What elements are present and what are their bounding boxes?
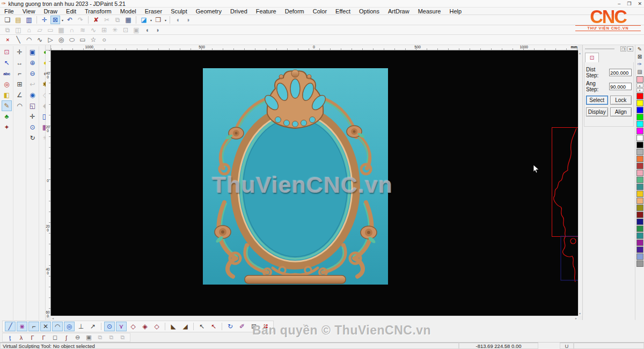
rectangle-tool-icon[interactable]: ▭ bbox=[78, 35, 87, 44]
panel-tab[interactable]: ⊡ bbox=[585, 53, 599, 62]
pick-remove-icon[interactable]: ↖ bbox=[208, 322, 219, 331]
relief-b-icon[interactable]: ◗ bbox=[153, 26, 163, 34]
color-swatch[interactable] bbox=[636, 226, 643, 232]
color-swatch[interactable] bbox=[636, 205, 643, 211]
profile-vector-overlay[interactable] bbox=[552, 127, 578, 283]
color-swatch[interactable] bbox=[636, 170, 643, 176]
color-swatch[interactable] bbox=[636, 100, 643, 106]
image-ref-icon[interactable]: ▣ bbox=[84, 333, 94, 341]
color-swatch[interactable] bbox=[636, 93, 643, 99]
texture-icon[interactable]: ▨ bbox=[636, 68, 644, 76]
pen-color-icon[interactable]: ✎ bbox=[636, 46, 644, 53]
zoom-in-icon[interactable]: ⊕ bbox=[27, 57, 38, 68]
menu-item-options[interactable]: Options bbox=[355, 8, 384, 15]
move-tool-icon[interactable]: ✛ bbox=[40, 16, 49, 24]
delete-icon[interactable]: ✘ bbox=[91, 16, 101, 24]
snap-free-icon[interactable]: ╱ bbox=[5, 322, 16, 331]
color-swatch[interactable] bbox=[636, 156, 643, 162]
relief-plant-icon[interactable]: ♣ bbox=[2, 111, 12, 122]
plane-zx-icon[interactable]: ◇ bbox=[151, 322, 162, 331]
array-copy-icon[interactable]: ◫ bbox=[13, 26, 23, 34]
step-line-icon[interactable]: ⌐ bbox=[14, 68, 25, 79]
menu-item-edit[interactable]: Edit bbox=[62, 8, 80, 15]
color-swatch[interactable] bbox=[636, 219, 643, 225]
zoom-actual-icon[interactable]: ⊙ bbox=[27, 122, 38, 133]
group-2-icon[interactable]: ⧉ bbox=[106, 333, 116, 341]
palette-up-icon[interactable]: ▴ bbox=[636, 83, 643, 88]
restore-button[interactable]: ❐ bbox=[627, 1, 631, 6]
render-mode-icon[interactable]: ❒▾ bbox=[153, 16, 163, 24]
spline-tool-icon[interactable]: ∿ bbox=[89, 26, 98, 34]
point-marker-icon[interactable]: ✕ bbox=[3, 35, 12, 44]
current-color-swatch[interactable] bbox=[636, 76, 643, 83]
brush-color-icon[interactable]: ✑ bbox=[636, 61, 644, 68]
menu-item-feature[interactable]: Feature bbox=[252, 8, 281, 15]
pan-view-icon[interactable]: ✛ bbox=[27, 111, 38, 122]
fill-color-icon[interactable]: ◪▾ bbox=[139, 16, 149, 24]
duplicate-icon[interactable]: ⧉ bbox=[3, 26, 12, 34]
color-swatch[interactable] bbox=[636, 163, 643, 169]
color-swatch[interactable] bbox=[636, 107, 643, 113]
shear-tool-icon[interactable]: ▱ bbox=[35, 26, 45, 34]
relief-a-icon[interactable]: ◖ bbox=[142, 26, 152, 34]
dropdown-arrow-icon[interactable]: ▾ bbox=[62, 18, 63, 22]
color-swatch[interactable] bbox=[636, 142, 643, 148]
point-snap-icon[interactable]: ✛ bbox=[14, 47, 25, 57]
panel-restore-button[interactable]: ❐ bbox=[620, 46, 626, 52]
rect-open-icon[interactable]: ◻ bbox=[50, 333, 60, 341]
snap-arc-icon[interactable]: ◠ bbox=[52, 322, 63, 331]
color-swatch[interactable] bbox=[636, 239, 643, 246]
copy-icon[interactable]: ⧉ bbox=[113, 16, 122, 24]
select-box-icon[interactable]: ⊠▾ bbox=[50, 16, 60, 24]
relief-back-icon[interactable]: ◗ bbox=[184, 16, 193, 24]
circle-center-icon[interactable]: ◎ bbox=[56, 35, 66, 44]
title-bar[interactable]: ✑ khung guong tron anh huu 2023 - JDPain… bbox=[0, 0, 644, 8]
snap-intersect-icon[interactable]: ✕ bbox=[40, 322, 51, 331]
palette-dropdown-icon[interactable]: ▾ bbox=[636, 88, 643, 92]
slot-icon[interactable]: ⊖ bbox=[72, 333, 83, 341]
select-button[interactable]: Select bbox=[586, 96, 608, 105]
corner-b-icon[interactable]: Γ bbox=[39, 333, 49, 341]
snap-center-icon[interactable]: ⊙ bbox=[104, 322, 115, 331]
ellipse-tool-icon[interactable]: ⬭ bbox=[67, 35, 77, 44]
zoom-out-icon[interactable]: ⊖ bbox=[27, 68, 38, 79]
color-swatch[interactable] bbox=[636, 232, 643, 239]
menu-item-eraser[interactable]: Eraser bbox=[141, 8, 166, 15]
color-swatch[interactable] bbox=[636, 260, 643, 267]
sweep-tool-icon[interactable]: ≋ bbox=[78, 26, 87, 34]
scroll-right-icon[interactable]: ▸ bbox=[575, 316, 577, 320]
select-frame-icon[interactable]: ⊡ bbox=[2, 47, 12, 57]
menu-item-measure[interactable]: Measure bbox=[414, 8, 445, 15]
stamp-tool-icon[interactable]: ƫ bbox=[5, 333, 15, 341]
drill-tool-icon[interactable]: ✦ bbox=[2, 122, 12, 133]
view-shade-icon[interactable]: ◉ bbox=[27, 90, 38, 100]
eraser-tool-icon[interactable]: ◧ bbox=[2, 90, 12, 100]
menu-item-help[interactable]: Help bbox=[445, 8, 466, 15]
pattern-array-icon[interactable]: ▦ bbox=[56, 26, 66, 34]
scroll-left-icon[interactable]: ◂ bbox=[52, 316, 54, 320]
vertical-scrollbar[interactable]: ▴▾ bbox=[578, 50, 582, 316]
dimension-h-icon[interactable]: ↔ bbox=[14, 57, 25, 68]
text-tool-icon[interactable]: abc bbox=[2, 68, 12, 79]
menu-item-artdraw[interactable]: ArtDraw bbox=[384, 8, 414, 15]
color-swatch[interactable] bbox=[636, 135, 643, 141]
close-button[interactable]: ✕ bbox=[638, 1, 642, 6]
ang-step-input[interactable] bbox=[609, 83, 632, 90]
color-swatch[interactable] bbox=[636, 128, 643, 134]
save-file-icon[interactable]: ▥ bbox=[24, 16, 34, 24]
no-color-icon[interactable]: ⊠ bbox=[636, 53, 644, 61]
surface-cut-icon[interactable]: ◣ bbox=[168, 322, 179, 331]
pentagon-tool-icon[interactable]: ⌂ bbox=[24, 26, 34, 34]
group-3-icon[interactable]: ⧉ bbox=[118, 333, 128, 341]
open-file-icon[interactable]: ▤ bbox=[13, 16, 23, 24]
color-swatch[interactable] bbox=[636, 149, 643, 155]
circle-tool-icon[interactable]: ○ bbox=[99, 35, 109, 44]
color-swatch[interactable] bbox=[636, 121, 643, 127]
redo-icon[interactable]: ↷ bbox=[76, 16, 85, 24]
curve-edit-icon[interactable]: ↖ bbox=[2, 57, 12, 68]
dist-step-input[interactable] bbox=[609, 69, 632, 76]
measure-pen-icon[interactable]: ✐ bbox=[237, 322, 247, 331]
display-button[interactable]: Display bbox=[586, 107, 608, 117]
undo-icon[interactable]: ↶ bbox=[65, 16, 75, 24]
corner-a-icon[interactable]: Γ bbox=[27, 333, 38, 341]
